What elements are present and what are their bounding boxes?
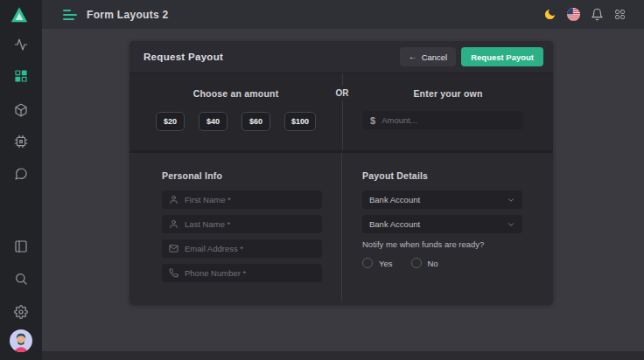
user-icon bbox=[169, 219, 178, 229]
footer-bar bbox=[42, 351, 644, 360]
phone-icon bbox=[169, 268, 178, 278]
back-arrow-icon: ← bbox=[409, 52, 417, 61]
main-content: Request Payout ← Cancel Request Payout C… bbox=[42, 29, 644, 351]
card-header: Request Payout ← Cancel Request Payout bbox=[130, 41, 553, 73]
last-name-field[interactable] bbox=[162, 215, 322, 233]
radio-option-yes[interactable]: Yes bbox=[362, 258, 393, 268]
radio-circle-icon[interactable] bbox=[362, 258, 373, 268]
payout-details-column: Payout Details Bank Account Bank Account… bbox=[342, 153, 553, 301]
email-field[interactable] bbox=[162, 239, 322, 258]
request-payout-button[interactable]: Request Payout bbox=[461, 47, 543, 66]
chevron-down-icon bbox=[507, 220, 515, 229]
sidebar-item-activity-icon[interactable] bbox=[14, 38, 28, 52]
dollar-sign-icon: $ bbox=[370, 115, 375, 126]
bank-account-select-2[interactable]: Bank Account bbox=[362, 215, 522, 233]
apps-launcher-grid-icon[interactable] bbox=[614, 9, 626, 20]
user-icon bbox=[169, 195, 178, 204]
sidebar-item-apps-grid-icon[interactable] bbox=[14, 69, 28, 83]
app-logo-triangle-icon[interactable] bbox=[10, 5, 29, 24]
personal-info-column: Personal Info bbox=[130, 153, 342, 301]
amount-preset-button[interactable]: $60 bbox=[242, 112, 270, 131]
cancel-button[interactable]: ← Cancel bbox=[400, 47, 457, 66]
first-name-field[interactable] bbox=[162, 190, 322, 209]
enter-your-own-heading: Enter your own bbox=[343, 88, 553, 99]
bell-icon[interactable] bbox=[591, 8, 604, 21]
bank-account-select-1[interactable]: Bank Account bbox=[362, 190, 522, 209]
sidebar-item-cube-icon[interactable] bbox=[14, 103, 28, 117]
request-payout-card: Request Payout ← Cancel Request Payout C… bbox=[130, 41, 553, 305]
sidebar-item-search-icon[interactable] bbox=[14, 272, 28, 286]
amount-section: Choose an amount $20 $40 $60 $100 OR Ent… bbox=[130, 73, 553, 153]
mail-icon bbox=[169, 244, 178, 253]
sidebar-item-layout-panel-icon[interactable] bbox=[14, 239, 28, 253]
radio-option-no[interactable]: No bbox=[411, 258, 438, 268]
amount-input[interactable] bbox=[382, 115, 516, 125]
email-input[interactable] bbox=[185, 244, 315, 253]
us-flag-icon[interactable] bbox=[567, 8, 580, 21]
amount-preset-button[interactable]: $40 bbox=[199, 112, 228, 131]
choose-amount-heading: Choose an amount bbox=[130, 88, 342, 99]
chevron-down-icon bbox=[507, 196, 515, 204]
radio-circle-icon[interactable] bbox=[411, 258, 422, 268]
first-name-input[interactable] bbox=[185, 195, 315, 204]
sidebar-item-cpu-icon[interactable] bbox=[14, 135, 28, 149]
payout-details-heading: Payout Details bbox=[362, 170, 553, 181]
last-name-input[interactable] bbox=[185, 219, 315, 229]
phone-input[interactable] bbox=[185, 268, 315, 278]
custom-amount-field[interactable]: $ bbox=[363, 111, 523, 129]
sidebar-item-chat-icon[interactable] bbox=[14, 167, 28, 181]
user-avatar[interactable] bbox=[10, 329, 32, 352]
card-title: Request Payout bbox=[144, 52, 223, 62]
notify-question-label: Notify me when funds are ready? bbox=[362, 239, 553, 249]
moon-theme-icon[interactable] bbox=[543, 8, 556, 21]
amount-preset-button[interactable]: $20 bbox=[156, 112, 185, 131]
amount-preset-button[interactable]: $100 bbox=[284, 112, 316, 131]
top-header-bar: Form Layouts 2 bbox=[42, 0, 644, 29]
sidebar-item-gear-icon[interactable] bbox=[14, 305, 28, 319]
phone-field[interactable] bbox=[162, 264, 322, 282]
page-title: Form Layouts 2 bbox=[87, 9, 169, 21]
personal-info-heading: Personal Info bbox=[162, 170, 341, 181]
menu-hamburger-icon[interactable] bbox=[63, 10, 77, 20]
sidebar bbox=[0, 0, 42, 360]
